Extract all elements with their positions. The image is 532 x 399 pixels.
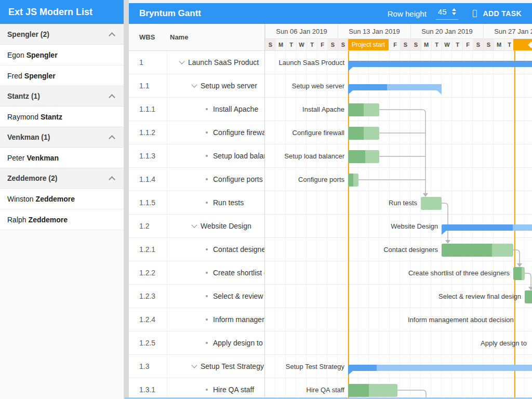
parent-bar-remainder (513, 224, 532, 231)
gantt-title: Bryntum Gantt (139, 8, 201, 19)
task-bar[interactable] (348, 150, 379, 163)
wbs-cell: 1.2.2 (129, 269, 167, 277)
header-toolbar: Row height 45 ADD TASK (388, 7, 525, 20)
chevron-up-icon[interactable] (109, 135, 115, 142)
name-cell[interactable]: Setup web server (167, 82, 264, 90)
task-name: Create shortlist of three designers (213, 269, 264, 277)
task-bar[interactable] (348, 103, 379, 116)
table-row[interactable]: 1.1.5Run tests (129, 191, 264, 215)
wbs-cell: 1.3.1 (129, 385, 167, 394)
name-cell[interactable]: Apply design to (167, 339, 264, 347)
task-bar-progress[interactable] (348, 127, 364, 140)
spinner-down-icon[interactable] (452, 12, 456, 15)
group-label: Zeddemore (2) (7, 174, 57, 182)
name-cell[interactable]: Contact designers (167, 245, 264, 254)
task-bar-progress[interactable] (348, 384, 369, 397)
name-cell[interactable]: Configure ports (167, 175, 264, 183)
day-cell: T (307, 39, 317, 50)
task-bar[interactable] (348, 384, 397, 397)
name-cell[interactable]: Inform management about decision (167, 315, 264, 324)
table-row[interactable]: 1.3.1Hire QA staff (129, 378, 264, 399)
name-cell[interactable]: Install Apache (167, 105, 264, 113)
chevron-up-icon[interactable] (109, 94, 115, 101)
chevron-up-icon[interactable] (109, 176, 115, 183)
task-bar[interactable] (348, 127, 379, 140)
table-row[interactable]: 1.2.3Select & review final design (129, 285, 264, 308)
list-item[interactable]: Peter Venkman (0, 148, 124, 168)
name-cell[interactable]: Create shortlist of three designers (167, 269, 264, 277)
row-height-spinner[interactable] (452, 8, 456, 15)
table-row[interactable]: 1.2.1Contact designers (129, 238, 264, 261)
list-item[interactable]: Egon Spengler (0, 45, 124, 65)
table-row[interactable]: 1.1.3Setup load balancer (129, 144, 264, 168)
row-height-value[interactable]: 45 (438, 7, 447, 16)
row-height-input[interactable]: 45 (436, 7, 458, 20)
expand-chevron-icon[interactable] (188, 225, 201, 227)
task-bar-progress[interactable] (348, 174, 353, 187)
table-row[interactable]: 1.2.4Inform management about decision (129, 308, 264, 331)
task-label: Setup web server (292, 74, 344, 98)
list-group-header[interactable]: Spengler (2) (0, 24, 124, 45)
task-bar-progress[interactable] (525, 290, 532, 303)
list-item[interactable]: Winston Zeddemore (0, 189, 124, 209)
task-bar-parent[interactable] (348, 61, 532, 67)
table-row[interactable]: 1.2.5Apply design to (129, 331, 264, 355)
grid-header-name[interactable]: Name (167, 33, 188, 41)
list-group-header[interactable]: Stantz (1) (0, 86, 124, 107)
expand-chevron-icon[interactable] (176, 61, 188, 63)
table-row[interactable]: 1.1.1Install Apache (129, 98, 264, 121)
name-cell[interactable]: Hire QA staff (167, 385, 264, 394)
task-bar-progress[interactable] (513, 267, 522, 280)
list-group-header[interactable]: Zeddemore (2) (0, 168, 124, 189)
name-cell[interactable]: Launch SaaS Product (167, 58, 264, 66)
table-row[interactable]: 1.2.2Create shortlist of three designers (129, 261, 264, 285)
task-name: Apply design to (213, 339, 263, 347)
leaf-bullet-icon (201, 389, 213, 391)
leaf-bullet-icon (201, 131, 213, 134)
expand-chevron-icon[interactable] (188, 85, 201, 87)
task-bar-progress[interactable] (348, 150, 365, 163)
wbs-cell: 1.2.3 (129, 292, 167, 300)
group-label: Stantz (1) (7, 92, 40, 100)
name-cell[interactable]: Run tests (167, 198, 264, 207)
timeline-day-header: SMTWTFSSMTWTFSSMTWTFSSMTWTFSProject star… (265, 39, 532, 51)
list-item[interactable]: Raymond Stantz (0, 107, 124, 127)
name-cell[interactable]: Select & review final design (167, 292, 264, 300)
list-group-header[interactable]: Venkman (1) (0, 127, 124, 148)
task-bar[interactable] (421, 197, 442, 210)
chevron-up-icon[interactable] (109, 32, 115, 39)
table-row[interactable]: 1.3Setup Test Strategy (129, 355, 264, 378)
list-item[interactable]: Ralph Zeddemore (0, 209, 124, 230)
parent-bar-left-notch (348, 67, 353, 71)
name-cell[interactable]: Website Design (167, 222, 264, 230)
task-bar-progress[interactable] (348, 103, 364, 116)
task-bar-parent[interactable] (348, 84, 442, 90)
add-task-button[interactable]: ADD TASK (470, 9, 525, 18)
list-item[interactable]: Fred Spengler (0, 65, 124, 86)
grid-header-wbs[interactable]: WBS (129, 33, 167, 41)
table-row[interactable]: 1.1.2Configure firewall (129, 121, 264, 144)
spinner-up-icon[interactable] (452, 8, 456, 11)
panel-splitter[interactable] (124, 0, 129, 399)
task-bar-parent[interactable] (442, 224, 532, 231)
group-label: Spengler (2) (7, 30, 49, 38)
task-bar-parent[interactable] (348, 365, 532, 371)
task-bar[interactable] (348, 174, 358, 187)
table-row[interactable]: 1Launch SaaS Product (129, 51, 264, 74)
task-bar[interactable] (513, 267, 525, 280)
task-bar-progress[interactable] (442, 244, 492, 257)
name-cell[interactable]: Configure firewall (167, 128, 264, 137)
day-cell: W (296, 39, 307, 50)
dependency-arrow-icon (445, 240, 450, 244)
expand-chevron-icon[interactable] (188, 365, 201, 367)
task-label: Setup Test Strategy (286, 355, 344, 378)
dependency-arrow-icon (528, 287, 532, 290)
table-row[interactable]: 1.1.4Configure ports (129, 168, 264, 191)
name-cell[interactable]: Setup Test Strategy (167, 362, 264, 370)
task-bar[interactable] (442, 244, 513, 257)
wbs-cell: 1.1.2 (129, 128, 167, 137)
table-row[interactable]: 1.1Setup web server (129, 74, 264, 98)
task-bar[interactable] (525, 290, 532, 303)
name-cell[interactable]: Setup load balancer (167, 152, 264, 160)
table-row[interactable]: 1.2Website Design (129, 215, 264, 238)
